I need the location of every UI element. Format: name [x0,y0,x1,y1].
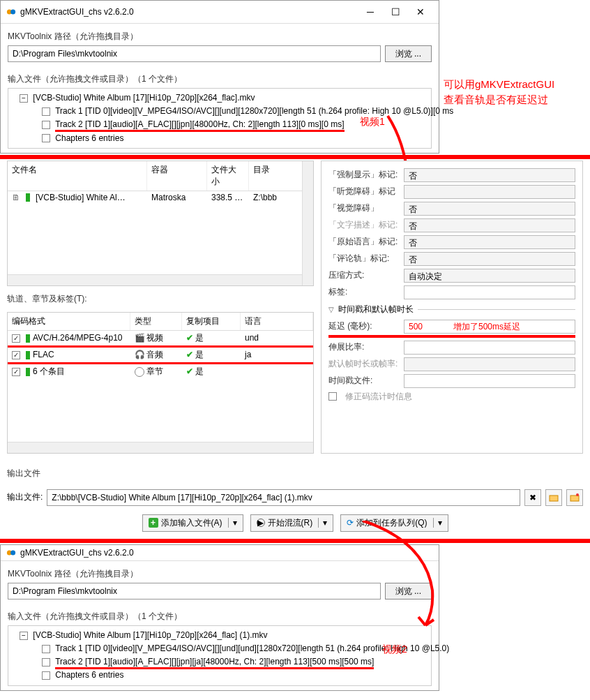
input-tree2: − [VCB-Studio] White Album [17][Hi10p_72… [8,625,432,686]
comment-value[interactable]: 否 [404,252,575,266]
filelist-hscroll[interactable] [8,274,302,285]
delay-label: 延迟 (毫秒): [328,320,398,332]
col-codec[interactable]: 编码格式 [8,313,130,330]
start-mux-button[interactable]: ▶ 开始混流(R) ▾ [250,514,334,532]
tree-root2[interactable]: − [VCB-Studio] White Album [17][Hi10p_72… [11,629,428,642]
stretch-label: 伸展比率: [328,341,398,353]
video-icon: 🎬 [135,333,144,343]
file-row[interactable]: 🗎 [VCB-Studio] White Al… Matroska 338.5 … [8,191,313,204]
toolnix-path-input[interactable] [8,45,381,62]
track2-checkbox[interactable] [42,121,50,129]
origlang-value[interactable]: 否 [404,235,575,249]
filelist-header: 文件名 容器 文件大小 目录 [8,161,313,191]
app-icon [6,548,16,558]
output-label: 输出文件 [7,468,583,479]
annotation-video1: 视频1 [360,116,385,128]
collapse-triangle-icon[interactable]: ▽ [328,306,334,313]
annotation-video2: 视频2 [382,643,407,656]
clear-output-button[interactable]: ✖ [524,489,541,506]
file-icon: 🗎 [12,193,20,202]
track-chapters-checkbox[interactable] [12,368,20,376]
tree-chapters[interactable]: Chapters 6 entries [11,132,428,145]
col-copy[interactable]: 复制项目 [182,313,241,330]
delay-input[interactable]: 500 增加了500ms延迟 [404,320,575,334]
output-file-label: 输出文件: [7,491,43,503]
input-files-label2: 输入文件（允许拖拽文件或目录）（1 个文件） [8,611,432,623]
col-filename[interactable]: 文件名 [8,161,147,191]
track2-checkbox2[interactable] [42,658,50,667]
input-files-label: 输入文件（允许拖拽文件或目录）（1 个文件） [8,73,432,85]
tree-collapse-icon[interactable]: − [20,94,28,103]
framerate-label: 默认帧时长或帧率: [328,358,398,370]
dropdown-icon[interactable]: ▾ [228,518,237,528]
framerate-input[interactable] [404,357,575,371]
status-indicator [26,193,30,202]
audio-icon: 🎧 [135,350,144,359]
filelist-scrollbar[interactable] [302,161,313,285]
app-icon [6,7,16,17]
app1-titlebar: gMKVExtractGUI_chs v2.6.2.0 ─ ☐ ✕ [1,1,439,24]
tree-collapse-icon[interactable]: − [20,632,28,640]
track1-checkbox2[interactable] [42,645,50,653]
col-lang[interactable]: 语言 [241,313,313,330]
tree-chapters2[interactable]: Chapters 6 entries [11,669,428,682]
tracklist-header: 编码格式 类型 复制项目 语言 [8,313,313,331]
fixbits-label: 修正码流计时信息 [345,391,412,403]
check-icon: ✔ [186,333,193,343]
compress-value[interactable]: 自动决定 [404,269,575,283]
check-icon: ✔ [186,366,193,376]
timecode-input[interactable] [404,374,575,388]
action-row: + 添加输入文件(A) ▾ ▶ 开始混流(R) ▾ ⟳ 添加到任务队列(Q) ▾ [0,509,590,537]
tree-root[interactable]: − [VCB-Studio] White Album [17][Hi10p_72… [11,91,428,105]
tree-track2-2[interactable]: Track 2 [TID 1][audio][A_FLAC][][jpn][ja… [11,655,428,669]
tracklist-hscroll[interactable] [8,442,313,453]
track-row-chapters[interactable]: 6 个条目 章节 ✔ 是 [8,364,313,379]
output-section: 输出文件 [0,461,590,486]
time-section-header[interactable]: ▽ 时间戳和默认帧时长 [328,304,575,315]
col-container[interactable]: 容器 [147,161,207,191]
browse-button[interactable]: 浏览 ... [385,45,432,62]
tree-track1-2[interactable]: Track 1 [TID 0][video][V_MPEG4/ISO/AVC][… [11,642,428,655]
forced-value[interactable]: 否 [404,168,575,182]
track-video-checkbox[interactable] [12,334,20,343]
queue-icon: ⟳ [347,518,354,528]
col-size[interactable]: 文件大小 [207,161,249,191]
close-button[interactable]: ✕ [408,3,433,20]
chapters-checkbox2[interactable] [42,671,50,680]
forced-label: 「强制显示」标记: [328,169,398,181]
stretch-input[interactable] [404,341,575,355]
add-input-button[interactable]: + 添加输入文件(A) ▾ [142,514,243,532]
toolnix-path-input2[interactable] [8,583,381,600]
browse-output-button[interactable] [545,489,562,506]
chapters-checkbox[interactable] [42,134,50,142]
app2-title: gMKVExtractGUI_chs v2.6.2.0 [20,548,433,558]
add-queue-button[interactable]: ⟳ 添加到任务队列(Q) ▾ [340,514,448,532]
dropdown-icon[interactable]: ▾ [318,518,327,528]
file-list: 文件名 容器 文件大小 目录 🗎 [VCB-Studio] White Al… … [7,161,314,286]
visual-value[interactable]: 否 [404,202,575,216]
compress-label: 压缩方式: [328,269,398,281]
track1-checkbox[interactable] [42,107,50,116]
fixbits-checkbox[interactable] [328,392,337,401]
folder-star-icon [570,493,580,502]
track-audio-checkbox[interactable] [12,351,20,359]
track-list: 编码格式 类型 复制项目 语言 AVC/H.264/MPEG-4p10 🎬 视频… [7,312,314,454]
hearing-value[interactable] [404,185,575,199]
browse-button2[interactable]: 浏览 ... [385,583,432,600]
textdesc-value[interactable]: 否 [404,218,575,232]
timecode-label: 时间戳文件: [328,375,398,387]
dropdown-icon[interactable]: ▾ [433,518,442,528]
track-row-video[interactable]: AVC/H.264/MPEG-4p10 🎬 视频 ✔ 是 und [8,331,313,345]
play-icon: ▶ [257,519,265,527]
app1-window: gMKVExtractGUI_chs v2.6.2.0 ─ ☐ ✕ MKVToo… [0,0,439,154]
output-path-input[interactable] [47,489,520,506]
recent-output-button[interactable] [566,489,583,506]
maximize-button[interactable]: ☐ [383,3,408,20]
tags-value[interactable] [404,285,575,299]
col-type[interactable]: 类型 [130,313,182,330]
minimize-button[interactable]: ─ [358,3,383,20]
track-row-audio[interactable]: FLAC 🎧 音频 ✔ 是 ja [8,345,313,364]
svg-point-6 [10,550,15,555]
app1-title: gMKVExtractGUI_chs v2.6.2.0 [20,7,358,17]
folder-icon [549,493,559,502]
